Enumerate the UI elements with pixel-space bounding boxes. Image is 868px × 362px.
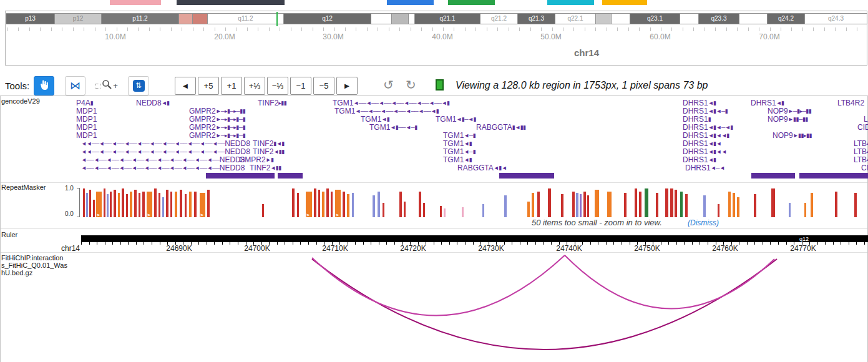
gene-mdp1[interactable]: MDP1 xyxy=(76,124,97,131)
gene-dense-block[interactable] xyxy=(206,173,275,179)
gene-tinf2[interactable]: TINF2◄▮▮ xyxy=(250,164,281,172)
gene-tgm1[interactable]: TGM1◄─▮ xyxy=(443,148,475,155)
ideogram-band[interactable] xyxy=(371,13,392,24)
gene-tgm1[interactable]: TGM1◄─▮ xyxy=(443,132,475,139)
gene-tgm1[interactable]: TGM1◄▮ xyxy=(443,140,472,147)
ideogram-band[interactable] xyxy=(179,13,193,24)
gene-tgm1[interactable]: TGM1◄──◄──◄──◄──◄──◄──◄▮ xyxy=(334,107,439,115)
gene-nop9[interactable]: NOP9►▮▮─▮▮ xyxy=(768,115,808,123)
gene-l[interactable]: L xyxy=(864,115,868,123)
gene-gmpr2[interactable]: GMPR2►─▸▮─▸─▮▮ xyxy=(189,107,245,115)
ideogram-band[interactable] xyxy=(409,13,415,24)
nav-button-+1[interactable]: +1 xyxy=(221,77,242,95)
ideogram-band-q21.2[interactable]: q21.2 xyxy=(480,13,518,24)
nav-button-+⅓[interactable]: +⅓ xyxy=(244,77,265,95)
chromosome-ideogram[interactable]: p13p12p11.2q11.2q12q21.1q21.2q21.3q22.1q… xyxy=(0,13,868,24)
nav-button-−5[interactable]: −5 xyxy=(313,77,334,95)
gene-rabggta[interactable]: RABGGTA◄▮◄ xyxy=(457,164,507,172)
gene-tinf2[interactable]: TINF2◄▮▮ xyxy=(253,148,285,155)
gene-gmpr2[interactable]: GMPR2►─▸▮─▸▮─▮ xyxy=(189,132,245,139)
ideogram-band-q24.2[interactable]: q24.2 xyxy=(768,13,805,24)
gene-mdp1[interactable]: MDP1 xyxy=(76,107,97,115)
gene-dense-block[interactable] xyxy=(751,173,795,179)
gene-tinf2[interactable]: TINF2▮◄▮ xyxy=(253,140,285,147)
gene-nedd8[interactable]: NEDD8◄▮ xyxy=(136,99,170,107)
ideogram-band[interactable] xyxy=(739,13,768,24)
ideogram-band-q22.1[interactable]: q22.1 xyxy=(555,13,596,24)
ideogram-band-q23.1[interactable]: q23.1 xyxy=(630,13,680,24)
redo-button[interactable]: ↻ xyxy=(406,77,416,92)
axis-tick xyxy=(301,27,302,31)
gene-dhrs1[interactable]: DHRS1◄▮ xyxy=(683,156,716,164)
gene-ltb4[interactable]: LTB4 xyxy=(854,156,868,164)
nav-button-►[interactable]: ► xyxy=(336,77,358,95)
gene-dhrs1[interactable]: DHRS1◄▮◄◄▮ xyxy=(683,132,729,139)
gene-dhrs1[interactable]: DHRS1◄▮◄─◄▮ xyxy=(683,124,733,131)
gene-dhrs1[interactable]: DHRS1◄─◄ xyxy=(685,164,724,172)
gene-dense-block[interactable] xyxy=(799,173,868,179)
dismiss-link[interactable]: (Dismiss) xyxy=(688,218,719,227)
gene-dhrs1[interactable]: DHRS1◄▮◄─▮ xyxy=(683,107,728,115)
ideogram-band-q11.2[interactable]: q11.2 xyxy=(208,13,284,24)
gene-nop9[interactable]: NOP9►─▮▸─▮▮ xyxy=(768,107,811,115)
ideogram-band[interactable] xyxy=(193,13,208,24)
gene-tgm1[interactable]: TGM1◄──◄──◄──◄──◄──◄──◄──◄▮ xyxy=(333,99,449,107)
interaction-arc[interactable] xyxy=(312,255,565,316)
gene-nop9[interactable]: NOP9►▮▮▸▮▮ xyxy=(773,132,812,139)
gene-tgm1[interactable]: TGM1◄▮ xyxy=(443,156,472,164)
gene-dhrs1[interactable]: DHRS1◄▮ xyxy=(683,99,716,107)
highlight-tool-button[interactable] xyxy=(436,79,444,90)
gene-nedd8[interactable]: ◄──◄──◄──◄──◄──◄──◄──◄──◄──◄──◄──NEDD8 xyxy=(81,164,245,172)
reorder-tracks-button[interactable]: ⇅ xyxy=(128,76,149,95)
magnifier-zoom-button[interactable]: + xyxy=(91,76,122,95)
ideogram-band-p13[interactable]: p13 xyxy=(6,13,55,24)
gene-nedd8[interactable]: ◄──◄──◄──◄──◄──◄──◄──◄──◄──◄──◄──NEDD8 xyxy=(81,156,245,164)
ideogram-band-p12[interactable]: p12 xyxy=(55,13,102,24)
gene-ltb4[interactable]: LTB4 xyxy=(854,140,868,147)
ideogram-band-q24.3[interactable]: q24.3 xyxy=(805,13,867,24)
undo-button[interactable]: ↺ xyxy=(383,77,394,92)
ideogram-band[interactable] xyxy=(596,13,612,24)
gene-tgm1[interactable]: TGM1◄▮──◄─▮ xyxy=(369,124,417,131)
gene-dense-block[interactable] xyxy=(499,173,554,179)
gene-nedd8[interactable]: ◄◄──◄──◄──◄──◄──◄──◄──◄──◄──◄──◄──NEDD8 xyxy=(81,148,250,155)
repeat-bar xyxy=(142,192,145,217)
ideogram-band[interactable] xyxy=(612,13,630,24)
ideogram-band-q12[interactable]: q12 xyxy=(284,13,371,24)
gene-dense-block[interactable] xyxy=(278,173,303,179)
repeat-bar xyxy=(854,193,857,217)
gene-nedd8[interactable]: ◄◄──◄──◄──◄──◄──◄──◄──◄──◄──◄──◄──NEDD8 xyxy=(81,140,250,147)
pan-tool-button[interactable] xyxy=(34,76,54,95)
track-label-ruler[interactable]: Ruler xyxy=(1,231,17,238)
nav-button-◄[interactable]: ◄ xyxy=(175,77,196,95)
gene-gmpr2[interactable]: GMPR2►─▸▮─▸▮─▮ xyxy=(189,124,245,131)
gene-mdp1[interactable]: MDP1 xyxy=(76,132,97,139)
interaction-arc[interactable] xyxy=(565,255,774,309)
gene-cid[interactable]: CID xyxy=(857,124,868,131)
gene-tinf2[interactable]: TINF2▸▮▮ xyxy=(258,99,286,107)
gene-rabggta[interactable]: RABGGTA▮◄▮▮ xyxy=(476,124,526,131)
nav-button-−⅓[interactable]: −⅓ xyxy=(267,77,288,95)
gene-dhrs1[interactable]: DHRS1◄▮◄◄ xyxy=(683,148,726,155)
gene-tgm1[interactable]: TGM1◄▮ xyxy=(361,115,389,123)
ideogram-band-q21.1[interactable]: q21.1 xyxy=(415,13,480,24)
gene-p4a[interactable]: P4A▮ xyxy=(76,99,93,107)
gene-ltb4[interactable]: LTB4 xyxy=(854,148,868,155)
ideogram-band-p11.2[interactable]: p11.2 xyxy=(102,13,179,24)
gene-ltb4r2[interactable]: LTB4R2 xyxy=(837,99,864,107)
gene-tgm1[interactable]: TGM1◄▮─◄▮ xyxy=(436,115,476,123)
ideogram-band-q21.3[interactable]: q21.3 xyxy=(518,13,555,24)
gene-gmpr2[interactable]: GMPR2►▮ xyxy=(239,156,274,164)
ideogram-band-q23.3[interactable]: q23.3 xyxy=(699,13,739,24)
gene-gmpr2[interactable]: GMPR2►─▸▮─▸▮─▮ xyxy=(189,115,245,123)
gene-dhrs1[interactable]: DHRS1▮ xyxy=(683,115,711,123)
ideogram-band[interactable] xyxy=(392,13,409,24)
gene-mdp1[interactable]: MDP1 xyxy=(76,115,97,123)
ideogram-band[interactable] xyxy=(680,13,699,24)
gene-ci[interactable]: CI xyxy=(861,164,868,172)
zoom-region-tool-button[interactable]: ⋈ xyxy=(65,76,85,95)
nav-button-+5[interactable]: +5 xyxy=(198,77,219,95)
gene-dhrs1[interactable]: DHRS1◄▮◄ xyxy=(683,140,721,147)
gene-dhrs1[interactable]: DHRS1◄▮ xyxy=(751,99,784,107)
nav-button-−1[interactable]: −1 xyxy=(290,77,311,95)
